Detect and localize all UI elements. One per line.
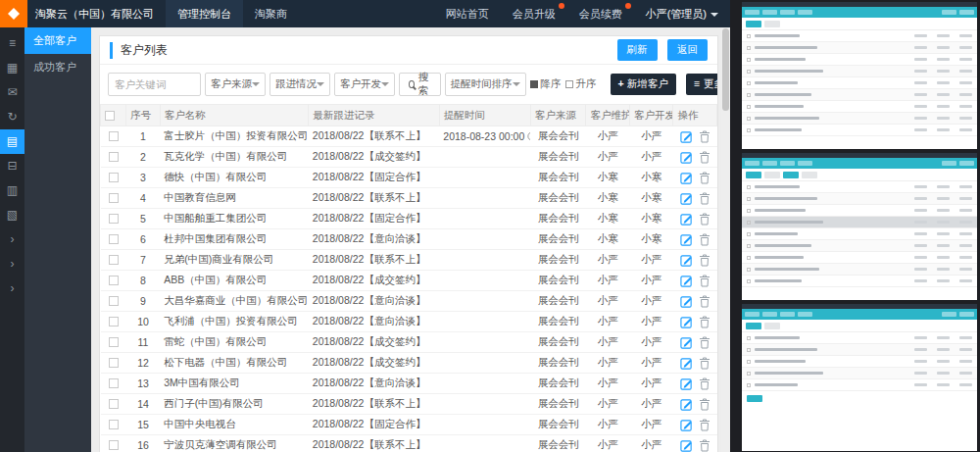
select-remind-sort[interactable]: 提醒时间排序	[445, 73, 526, 96]
column-header[interactable]: 客户来源	[530, 105, 586, 126]
dashboard-icon[interactable]: ▦	[0, 56, 24, 80]
edit-icon[interactable]	[680, 192, 693, 205]
edit-icon[interactable]	[680, 151, 693, 164]
chevron-right-icon[interactable]: ›	[0, 252, 24, 276]
delete-icon[interactable]	[699, 316, 710, 328]
row-checkbox[interactable]	[109, 214, 119, 224]
delete-icon[interactable]	[699, 357, 710, 370]
edit-icon[interactable]	[680, 275, 693, 287]
thumb-number	[959, 105, 972, 108]
thumb-text	[755, 58, 806, 61]
select-customer-developer[interactable]: 客户开发	[334, 73, 395, 96]
chevron-down-icon	[381, 82, 389, 86]
row-checkbox[interactable]	[109, 317, 119, 326]
edit-icon[interactable]	[680, 233, 693, 246]
row-checkbox[interactable]	[109, 276, 119, 285]
table-row: 16宁波贝克薄空调有限公司2018/08/22【联系不上】展会会刊小严小严	[101, 435, 717, 452]
app-logo-icon[interactable]	[0, 0, 27, 27]
row-checkbox[interactable]	[109, 378, 119, 388]
row-checkbox[interactable]	[109, 131, 119, 141]
stats-icon[interactable]: ▧	[0, 203, 24, 227]
scrollbar-thumb[interactable]	[722, 28, 729, 111]
column-header[interactable]: 客户维护	[586, 105, 629, 126]
add-customer-button[interactable]: +新增客户	[611, 74, 676, 95]
select-follow-status[interactable]: 跟进情况	[270, 73, 330, 96]
row-checkbox[interactable]	[109, 234, 119, 244]
row-checkbox[interactable]	[109, 399, 119, 409]
screenshot-thumbnail[interactable]	[742, 153, 977, 300]
screenshot-thumbnail[interactable]	[742, 2, 977, 149]
edit-icon[interactable]	[680, 316, 693, 328]
topnav-item[interactable]: 淘聚商	[243, 0, 299, 27]
column-header[interactable]: 客户名称	[160, 105, 309, 126]
column-header[interactable]: 序号	[126, 105, 160, 126]
delete-icon[interactable]	[699, 377, 710, 390]
select-all-checkbox[interactable]	[105, 111, 115, 121]
more-actions-button[interactable]: ≡更多操作	[686, 74, 718, 95]
refresh-icon[interactable]: ↻	[0, 105, 24, 129]
edit-icon[interactable]	[680, 398, 693, 411]
delete-icon[interactable]	[699, 151, 710, 164]
sidebar-item[interactable]: 全部客户	[24, 27, 91, 54]
cell-remind	[439, 353, 530, 374]
edit-icon[interactable]	[680, 130, 693, 143]
chevron-right-icon[interactable]: ›	[0, 276, 24, 301]
main-scrollbar[interactable]	[721, 27, 730, 452]
column-header[interactable]: 最新跟进记录	[309, 105, 439, 126]
screenshot-thumbnail[interactable]	[742, 304, 977, 451]
row-checkbox[interactable]	[109, 358, 119, 368]
sidebar-item[interactable]: 成功客户	[24, 54, 91, 80]
edit-icon[interactable]	[680, 172, 693, 184]
edit-icon[interactable]	[680, 377, 693, 390]
topnav-item[interactable]: 会员升级	[501, 0, 567, 27]
row-checkbox[interactable]	[109, 193, 119, 203]
edit-icon[interactable]	[680, 439, 693, 452]
delete-icon[interactable]	[699, 213, 710, 226]
user-menu[interactable]: 小严(管理员)	[634, 0, 730, 27]
row-checkbox[interactable]	[109, 173, 119, 182]
delete-icon[interactable]	[699, 419, 710, 431]
topnav-item[interactable]: 会员续费	[567, 0, 634, 27]
back-button[interactable]: 返回	[667, 39, 708, 61]
customer-list-icon[interactable]: ▤	[0, 129, 24, 154]
delete-icon[interactable]	[699, 398, 710, 411]
edit-icon[interactable]	[680, 336, 693, 349]
delete-icon[interactable]	[699, 233, 710, 246]
keyword-input[interactable]	[108, 73, 201, 96]
delete-icon[interactable]	[699, 172, 710, 184]
delete-icon[interactable]	[699, 275, 710, 287]
row-checkbox[interactable]	[109, 440, 119, 450]
refresh-button[interactable]: 刷新	[617, 39, 658, 61]
edit-icon[interactable]	[680, 213, 693, 226]
delete-icon[interactable]	[699, 130, 710, 143]
edit-icon[interactable]	[680, 295, 693, 308]
message-icon[interactable]: ✉	[0, 80, 24, 105]
cell-remind	[439, 229, 530, 250]
delete-icon[interactable]	[699, 254, 710, 267]
edit-icon[interactable]	[680, 419, 693, 431]
row-checkbox[interactable]	[109, 420, 119, 429]
sort-desc-option[interactable]: 降序	[530, 77, 562, 91]
delete-icon[interactable]	[699, 295, 710, 308]
menu-icon[interactable]: ≡	[0, 31, 24, 56]
row-checkbox[interactable]	[109, 152, 119, 162]
delete-icon[interactable]	[699, 439, 710, 452]
topnav-item[interactable]: 管理控制台	[166, 0, 243, 27]
column-header[interactable]: 客户开发	[629, 105, 672, 126]
column-header[interactable]: 操作	[673, 105, 717, 126]
edit-icon[interactable]	[680, 254, 693, 267]
chevron-right-icon[interactable]: ›	[0, 227, 24, 252]
delete-icon[interactable]	[699, 192, 710, 205]
trash-icon[interactable]: ▥	[0, 178, 24, 203]
export-icon[interactable]: ⊟	[0, 154, 24, 178]
select-customer-source[interactable]: 客户来源	[205, 73, 266, 96]
sort-asc-option[interactable]: 升序	[565, 77, 597, 91]
row-checkbox[interactable]	[109, 337, 119, 347]
row-checkbox[interactable]	[109, 296, 119, 306]
column-header[interactable]: 提醒时间	[439, 105, 530, 126]
delete-icon[interactable]	[699, 336, 710, 349]
edit-icon[interactable]	[680, 357, 693, 370]
search-button[interactable]: 搜索	[399, 73, 441, 96]
topnav-item[interactable]: 网站首页	[434, 0, 501, 27]
row-checkbox[interactable]	[109, 255, 119, 265]
